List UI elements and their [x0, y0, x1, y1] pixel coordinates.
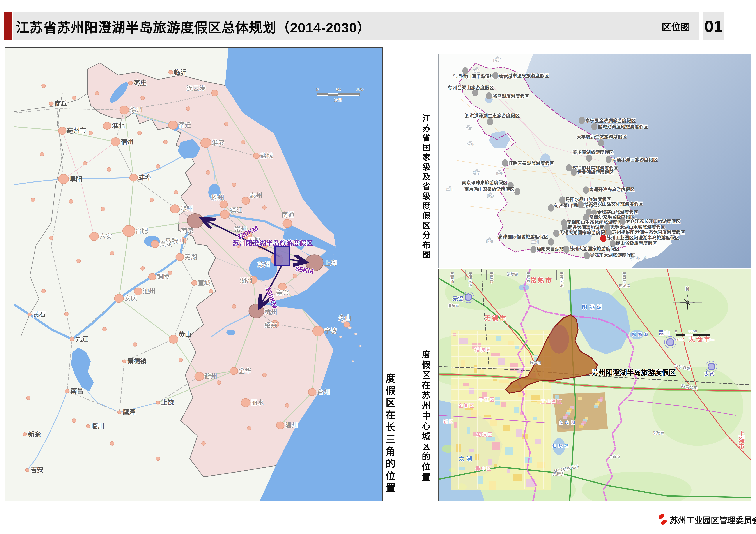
city-label-合肥: 合肥 — [135, 227, 148, 234]
city-dot-杭州 — [249, 304, 264, 318]
route-label-至南京: 至南京 — [490, 272, 494, 284]
city-label-杭州: 杭州 — [264, 309, 277, 316]
city-label-淮北: 淮北 — [112, 122, 124, 129]
resort-label-世业洲旅游度假区: 世业洲旅游度假区 — [577, 170, 614, 175]
place-label-金阊区: 金阊区 — [458, 403, 475, 408]
resort-label-南京珍珠泉旅游度假区: 南京珍珠泉旅游度假区 — [462, 180, 507, 185]
resort-dot-南通开沙岛旅游度假区 — [583, 187, 589, 194]
city-label-池州: 池州 — [143, 288, 155, 295]
city-dot-丽水 — [241, 398, 250, 407]
city-dot-池州 — [134, 288, 142, 295]
city-dot-安庆 — [114, 294, 123, 302]
resort-dot-盐城沿海湿地旅游度假区 — [591, 123, 597, 130]
city-label-淮安: 淮安 — [212, 139, 225, 146]
city-dot-上饶 — [156, 401, 160, 404]
city-dot-芜湖 — [176, 253, 184, 261]
city-label-南京: 南京 — [181, 227, 194, 234]
resort-dot-姜堰溱湖旅游度假区 — [586, 154, 592, 162]
resort-label-连云港市温泉旅游度假区: 连云港市温泉旅游度假区 — [499, 73, 549, 78]
city-label-泰州: 泰州 — [250, 192, 262, 199]
city-label-金华: 金华 — [238, 368, 251, 374]
header-band: 江苏省苏州阳澄湖半岛旅游度假区总体规划（2014-2030） 区位图 — [13, 12, 699, 40]
city-dot-舟山 — [344, 322, 350, 327]
resort-label-南通小洋口旅游度假区: 南通小洋口旅游度假区 — [612, 157, 658, 162]
resort-dot-连云港市温泉旅游度假区 — [492, 72, 499, 79]
place-label-娄葑镇: 娄葑镇 — [553, 472, 564, 476]
route-label-至张家港: 至张家港 — [469, 272, 472, 288]
place-label-唯亭镇: 唯亭镇 — [530, 361, 541, 365]
city-dot-九江 — [70, 337, 74, 341]
suzhou-city-location-map: N05000100010000m常熟市太仓市无锡市上海市昆山无锡太仓相城区平江区… — [438, 269, 751, 501]
city-label-临沂: 临沂 — [174, 69, 187, 76]
city-label-盐城: 盐城 — [260, 152, 273, 159]
place-label-太仓: 太仓 — [704, 371, 715, 377]
place-label-张浦镇: 张浦镇 — [653, 431, 664, 435]
city-label-景德镇: 景德镇 — [127, 358, 147, 365]
page: { "header": { "title": "江苏省苏州阳澄湖半岛旅游度假区总… — [0, 0, 756, 534]
resort-label-丹阳水晶山旅游度假区: 丹阳水晶山旅游度假区 — [565, 197, 611, 202]
scale-tick: 5000 — [688, 329, 697, 333]
resort-label-苏州太湖国家旅游度假区: 苏州太湖国家旅游度假区 — [569, 246, 619, 251]
place-label-独墅湖: 独墅湖 — [552, 444, 571, 448]
caption-delta-position: 度假区在长三角的位置 — [383, 373, 397, 495]
city-label-新余: 新余 — [28, 431, 41, 438]
resort-label-骆马湖旅游度假区: 骆马湖旅游度假区 — [493, 94, 529, 99]
place-label-吴中区: 吴中区 — [475, 466, 492, 471]
resort-label-阜宁县金沙湖旅游度假区: 阜宁县金沙湖旅游度假区 — [585, 118, 636, 123]
place-label-常熟市: 常熟市 — [530, 277, 553, 284]
scalebar-tick: 100 — [356, 87, 364, 92]
city-dot-吉安 — [25, 469, 29, 472]
city-label-南通: 南通 — [282, 211, 294, 218]
caption-resorts-distribution: 江苏省国家级及省级度假区分布图 — [420, 114, 432, 260]
city-dot-宁波 — [312, 326, 324, 336]
resort-label-苏州相城阳澄湖生态休闲旅游度假区: 苏州相城阳澄湖生态休闲旅游度假区 — [612, 230, 685, 235]
compass-north-label: N — [686, 286, 690, 292]
city-dot-连云港 — [211, 90, 218, 96]
city-label-吉安: 吉安 — [31, 467, 43, 473]
footer: 苏州工业园区管理委员会 — [658, 512, 756, 527]
resort-square-marker — [275, 246, 290, 266]
resort-dot-张家港双山岛文化旅游度假区 — [578, 201, 584, 208]
place-label-工业园区: 工业园区 — [540, 399, 562, 404]
city-label-九江: 九江 — [75, 336, 88, 343]
city-dot-衢州 — [195, 372, 204, 381]
city-label-鹰潭: 鹰潭 — [123, 409, 136, 416]
city-label-临川: 临川 — [92, 423, 104, 430]
resort-label-无锡太湖山水城旅游度假区: 无锡太湖山水城旅游度假区 — [610, 224, 665, 230]
city-dot-六安 — [90, 232, 99, 241]
faint-city-铜陵: 铜陵 — [485, 239, 493, 243]
city-label-苏州: 苏州 — [257, 261, 270, 268]
resort-label-苏州工业园区阳澄湖半岛旅游度假区: 苏州工业园区阳澄湖半岛旅游度假区 — [606, 235, 679, 240]
city-dot-黄山 — [169, 335, 178, 343]
place-label-金鸡湖: 金鸡湖 — [559, 420, 577, 425]
city-dot-商丘 — [49, 102, 53, 106]
city-label-亳州市: 亳州市 — [67, 127, 86, 134]
city-label-徐州: 徐州 — [130, 107, 143, 114]
city-label-台州: 台州 — [317, 389, 330, 395]
city-label-宿迁: 宿迁 — [178, 122, 191, 129]
place-label-昆山: 昆山 — [658, 330, 670, 336]
city-dot-鹰潭 — [118, 411, 121, 414]
footer-organization: 苏州工业园区管理委员会 — [670, 514, 756, 526]
city-dot-温州 — [276, 422, 284, 429]
resort-dot-泗洪洪泽湖生态旅游度假区 — [487, 118, 493, 125]
city-label-枣庄: 枣庄 — [134, 80, 147, 87]
resort-name-label: 苏州阳澄湖半岛旅游度假区 — [232, 240, 313, 247]
resort-dot-溧阳天目湖旅游度假区 — [530, 246, 536, 253]
city-dot-南京 — [187, 214, 203, 228]
city-label-黄石: 黄石 — [33, 311, 46, 318]
resort-label-金坛茅山旅游度假区: 金坛茅山旅游度假区 — [597, 210, 638, 215]
caption-city-position: 度假区在苏州中心城区的位置 — [419, 350, 432, 483]
city-dot-泰州 — [242, 197, 250, 204]
city-dot-临川 — [86, 424, 90, 428]
faint-city-巢湖: 巢湖 — [486, 194, 494, 199]
resort-dot-苏州太湖国家旅游度假区 — [563, 246, 569, 253]
city-dot-南昌 — [65, 389, 69, 393]
city-dot-铜陵 — [148, 273, 156, 280]
page-title: 江苏省苏州阳澄湖半岛旅游度假区总体规划（2014-2030） — [16, 17, 371, 36]
city-dot-淮北 — [103, 122, 111, 129]
resort-dot-世业洲旅游度假区 — [571, 168, 577, 176]
resort-dot-高淳国际慢城旅游度假区 — [548, 238, 554, 245]
resort-label-泗洪洪泽湖生态旅游度假区: 泗洪洪泽湖生态旅游度假区 — [465, 113, 520, 118]
city-label-商丘: 商丘 — [55, 100, 67, 107]
